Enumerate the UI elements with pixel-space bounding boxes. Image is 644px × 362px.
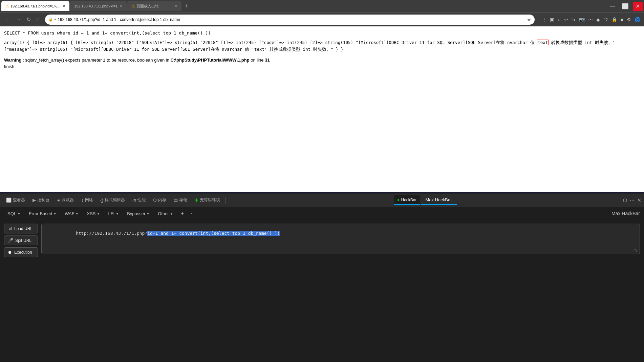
firefox-icon[interactable]: 🌀 bbox=[634, 16, 641, 23]
menu-lfi[interactable]: LFI ▼ bbox=[105, 210, 122, 218]
error-line1: array(1) { [0]=> array(6) { [0]=> string… bbox=[4, 40, 535, 45]
url-display-area[interactable]: http://192.168.43.71/1.php?id=1 and 1= c… bbox=[41, 224, 640, 254]
devtools-tab-debugger[interactable]: ◈ 调试器 bbox=[53, 195, 77, 205]
tab-2[interactable]: 192.168.43.71/1.php?id=1 ✕ bbox=[70, 1, 127, 11]
memory-label: 内存 bbox=[158, 197, 166, 203]
menu-other[interactable]: Other ▼ bbox=[154, 210, 176, 218]
split-url-label: Spit URL bbox=[15, 238, 31, 243]
devtools-tab-accessibility[interactable]: ✚ 无障碍环境 bbox=[191, 195, 223, 205]
extension2-icon[interactable]: 🛡 bbox=[602, 16, 609, 23]
page-content: SELECT * FROM users where id = 1 and 1= … bbox=[0, 26, 644, 192]
undock-icon[interactable]: ⬡ bbox=[623, 198, 627, 203]
menu-error-based[interactable]: Error Based ▼ bbox=[25, 210, 60, 218]
tab1-title: 192.168.43.71/1.php?id=1%... bbox=[10, 4, 60, 8]
load-url-button[interactable]: 🖥 Load URL bbox=[4, 224, 38, 233]
tab-3[interactable]: ⚠ 页面载入出错 ✕ bbox=[127, 1, 181, 11]
extension1-icon[interactable]: ◆ bbox=[595, 16, 601, 23]
menu-waf[interactable]: WAF ▼ bbox=[61, 210, 82, 218]
performance-label: 性能 bbox=[137, 197, 146, 203]
error-based-chevron-icon: ▼ bbox=[53, 212, 57, 216]
reload-button[interactable]: ↻ bbox=[24, 15, 33, 24]
devtools-tab-style[interactable]: {} 样式编辑器 bbox=[97, 195, 129, 205]
devtools-tab-network[interactable]: ↕ 网络 bbox=[78, 195, 96, 205]
menu-bypasser[interactable]: Bypasser ▼ bbox=[124, 210, 153, 218]
back2-icon[interactable]: ↩ bbox=[563, 16, 569, 23]
url-input[interactable] bbox=[58, 17, 527, 22]
new-tab-button[interactable]: + bbox=[182, 3, 191, 10]
devtools-tab-performance[interactable]: ◔ 性能 bbox=[129, 195, 149, 205]
tab-bar: ⚠ 192.168.43.71/1.php?id=1%... ✕ 192.168… bbox=[0, 0, 644, 12]
bookmark-icon[interactable]: ★ bbox=[527, 17, 531, 22]
hackbar-postbar: Post Data Referrer Reverse >> << Base64 … bbox=[0, 359, 644, 362]
network-label: 网络 bbox=[85, 197, 93, 203]
memory-icon: ⬡ bbox=[153, 198, 157, 203]
more-tools-icon[interactable]: ⋯ bbox=[630, 198, 635, 203]
highlighted-text: text bbox=[537, 40, 549, 45]
lfi-chevron-icon: ▼ bbox=[115, 212, 119, 216]
warning-label: Warning bbox=[4, 58, 22, 63]
tab2-close[interactable]: ✕ bbox=[120, 4, 123, 8]
load-url-icon: 🖥 bbox=[8, 226, 12, 231]
menu-error-based-label: Error Based bbox=[29, 211, 52, 216]
menu-sql-label: SQL bbox=[7, 211, 16, 216]
screenshot-icon[interactable]: 📷 bbox=[578, 16, 586, 23]
error-output: array(1) { [0]=> array(6) { [0]=> string… bbox=[4, 39, 640, 53]
network-icon: ↕ bbox=[81, 198, 84, 203]
home-button[interactable]: ⌂ bbox=[34, 15, 42, 24]
tab-separator bbox=[226, 197, 226, 204]
accessibility-label: 无障碍环境 bbox=[200, 197, 220, 203]
hackbar-url-input-wrap: http://192.168.43.71/1.php?id=1 and 1= c… bbox=[41, 224, 640, 254]
forward-button[interactable]: → bbox=[14, 15, 23, 24]
devtools-tab-inspector[interactable]: ⬜ 查看器 bbox=[3, 195, 28, 205]
warning-line: Warning : sqlsrv_fetch_array() expects p… bbox=[4, 57, 640, 64]
inspector-icon: ⬜ bbox=[6, 198, 12, 203]
menu-xss[interactable]: XSS ▼ bbox=[84, 210, 104, 218]
finish-line: finish bbox=[4, 63, 640, 70]
tab-1[interactable]: ⚠ 192.168.43.71/1.php?id=1%... ✕ bbox=[1, 1, 69, 11]
menu-plus-button[interactable]: + bbox=[178, 209, 187, 218]
back-button[interactable]: ← bbox=[3, 15, 12, 24]
devtools-tab-hackbar[interactable]: ● HackBar bbox=[394, 195, 420, 205]
warning-path: C:\phpStudy\PHPTutorial\WWW\1.php bbox=[171, 58, 250, 63]
warning-line-num: 31 bbox=[265, 58, 270, 63]
minimize-button[interactable]: — bbox=[607, 2, 618, 10]
split-url-button[interactable]: 🎤 Spit URL bbox=[4, 235, 38, 245]
maximize-button[interactable]: ⬜ bbox=[619, 2, 631, 11]
more-icon[interactable]: ⋯ bbox=[587, 16, 594, 23]
close-window-button[interactable]: ✕ bbox=[633, 2, 643, 11]
devtools-tab-maxhackbar[interactable]: Max HackBar bbox=[421, 195, 457, 205]
fwd2-icon[interactable]: ↪ bbox=[571, 16, 577, 23]
storage-icon: ▤ bbox=[174, 198, 178, 203]
close-devtools-icon[interactable]: ✕ bbox=[637, 198, 641, 203]
menu-minus-button[interactable]: - bbox=[188, 209, 195, 218]
tab-icon[interactable]: ▣ bbox=[549, 16, 555, 23]
warning-detail: : sqlsrv_fetch_array() expects parameter… bbox=[23, 58, 169, 63]
sync-icon[interactable]: ○ bbox=[557, 16, 561, 23]
execution-label: Execution bbox=[14, 250, 32, 255]
devtools-tab-console[interactable]: ▶ 控制台 bbox=[29, 195, 53, 205]
address-bar[interactable]: 🔒 ● ★ bbox=[45, 15, 535, 25]
sql-chevron-icon: ▼ bbox=[17, 212, 21, 216]
extension4-icon[interactable]: ■ bbox=[620, 16, 624, 23]
devtools-tab-storage[interactable]: ▤ 存储 bbox=[170, 195, 191, 205]
tab3-close[interactable]: ✕ bbox=[174, 4, 177, 8]
hackbar-dot-icon: ● bbox=[397, 197, 400, 202]
devtools-tab-memory[interactable]: ⬡ 内存 bbox=[150, 195, 170, 205]
menu-lfi-label: LFI bbox=[108, 211, 114, 216]
hackbar-url-textarea[interactable]: http://192.168.43.71/1.php?id=1 and 1= c… bbox=[41, 224, 640, 254]
console-icon: ▶ bbox=[33, 198, 36, 203]
tab1-close[interactable]: ✕ bbox=[62, 4, 65, 8]
bypasser-chevron-icon: ▼ bbox=[146, 212, 150, 216]
hackbar-content: SQL ▼ Error Based ▼ WAF ▼ XSS ▼ LFI ▼ By… bbox=[0, 207, 644, 362]
menu-sql[interactable]: SQL ▼ bbox=[4, 210, 24, 218]
other-chevron-icon: ▼ bbox=[170, 212, 173, 216]
sidebar-icon[interactable]: ⋮ bbox=[541, 16, 548, 23]
menu-waf-label: WAF bbox=[65, 211, 74, 216]
devtools-panel: ⬜ 查看器 ▶ 控制台 ◈ 调试器 ↕ 网络 {} 样式编辑器 ◔ 性能 ⬡ 内… bbox=[0, 194, 644, 362]
extension3-icon[interactable]: 🔒 bbox=[610, 16, 618, 23]
debugger-icon: ◈ bbox=[57, 198, 60, 203]
waf-chevron-icon: ▼ bbox=[76, 212, 79, 216]
settings-icon[interactable]: ⚙ bbox=[626, 16, 632, 23]
xss-chevron-icon: ▼ bbox=[97, 212, 100, 216]
execution-button[interactable]: ⏺ Execution bbox=[4, 247, 38, 257]
